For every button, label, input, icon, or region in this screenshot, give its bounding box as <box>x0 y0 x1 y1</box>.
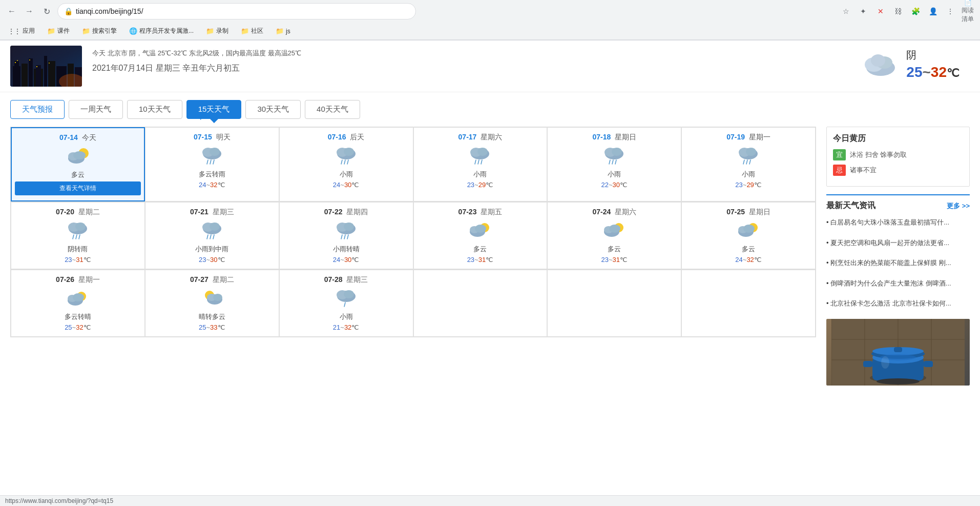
svg-rect-3 <box>22 64 28 87</box>
bookmark-star-button[interactable]: ☆ <box>839 4 853 18</box>
svg-line-67 <box>213 235 214 239</box>
forecast-day-0728[interactable]: 07-28 星期三 小雨 21~32℃ <box>279 270 413 337</box>
icon-0721 <box>149 217 276 242</box>
icon-0728 <box>283 285 410 310</box>
tab-40day-weather[interactable]: 40天天气 <box>305 100 360 119</box>
news-more-link[interactable]: 更多 >> <box>947 201 970 211</box>
back-button[interactable]: ← <box>5 5 18 18</box>
bookmark-community[interactable]: 📁 社区 <box>238 25 266 37</box>
extension-btn-4[interactable]: 🧩 <box>908 4 923 18</box>
condition-0724: 多云 <box>551 245 678 254</box>
bookmark-apps[interactable]: ⋮⋮ 应用 <box>5 25 38 37</box>
tab-wrapper-40day: 40天天气 <box>305 100 360 119</box>
date-0714: 07-14 今天 <box>15 133 141 143</box>
folder-icon-2: 📁 <box>82 27 90 35</box>
forecast-day-0725[interactable]: 07-25 星期日 多云 24~32℃ <box>681 202 816 269</box>
svg-line-97 <box>344 302 345 307</box>
almanac-title: 今日黄历 <box>833 133 963 144</box>
forecast-day-0726[interactable]: 07-26 星期一 多云转晴 25~32℃ <box>11 270 145 337</box>
tab-30day-weather[interactable]: 30天天气 <box>245 100 301 119</box>
almanac-good-row: 宜 沐浴 扫舍 馀事勿取 <box>833 149 963 160</box>
tab-15day-weather[interactable]: 15天天气 <box>186 100 242 119</box>
extension-btn-1[interactable]: ✦ <box>856 4 870 18</box>
forecast-day-0718[interactable]: 07-18 星期日 小雨 22~30℃ <box>547 127 681 201</box>
forecast-day-0716[interactable]: 07-16 后天 小雨 24~30℃ <box>279 127 413 201</box>
tab-10day-weather[interactable]: 10天天气 <box>127 100 182 119</box>
profile-button[interactable]: 👤 <box>926 4 940 18</box>
svg-point-81 <box>609 225 620 233</box>
forecast-day-0723[interactable]: 07-23 星期五 多云 23~31℃ <box>413 202 548 269</box>
tab-wrapper-15day: 15天天气 <box>186 100 242 119</box>
condition-0716: 小雨 <box>283 170 410 179</box>
tab-week-weather[interactable]: 一周天气 <box>69 100 123 119</box>
icon-0714 <box>15 143 141 168</box>
condition-0717: 小雨 <box>417 170 544 179</box>
reader-mode-button[interactable]: 📄 阅读清单 <box>961 4 975 18</box>
svg-line-37 <box>347 160 348 164</box>
condition-0715: 多云转雨 <box>149 170 276 179</box>
forecast-day-0722[interactable]: 07-22 星期四 小雨转晴 24~30℃ <box>279 202 413 269</box>
detail-btn[interactable]: 查看天气详情 <box>15 181 141 195</box>
condition-0722: 小雨转晴 <box>283 245 410 254</box>
almanac-bad-badge: 忌 <box>833 165 846 176</box>
svg-point-28 <box>210 148 220 156</box>
reload-button[interactable]: ↻ <box>40 5 53 18</box>
condition-0728: 小雨 <box>283 312 410 321</box>
forecast-day-0720[interactable]: 07-20 星期二 阴转雨 23~31℃ <box>11 202 145 269</box>
svg-rect-13 <box>15 62 16 63</box>
svg-rect-8 <box>48 61 55 87</box>
forecast-section: 07-14 今天 多云 查看天气详情 <box>10 127 816 386</box>
forecast-day-0721[interactable]: 07-21 星期三 小雨到中雨 23~30℃ <box>145 202 279 269</box>
news-item-4[interactable]: 倒啤酒时为什么会产生大量泡沫 倒啤酒... <box>826 278 970 294</box>
condition-0727: 晴转多云 <box>149 312 276 321</box>
bookmark-record[interactable]: 📁 录制 <box>203 25 232 37</box>
current-temp-high: 32 <box>931 64 947 80</box>
tab-wrapper-forecast: 天气预报 <box>10 100 65 119</box>
svg-line-72 <box>344 235 345 239</box>
menu-button[interactable]: ⋮ <box>943 4 957 18</box>
address-bar[interactable]: 🔒 tianqi.com/beijing/15/ <box>57 3 416 19</box>
svg-rect-14 <box>17 60 18 61</box>
bookmarks-bar: ⋮⋮ 应用 📁 课件 📁 搜索引擎 🌐 程序员开发专属激... 📁 录制 📁 社… <box>0 23 980 40</box>
forecast-day-0714[interactable]: 07-14 今天 多云 查看天气详情 <box>11 127 145 201</box>
weather-tabs: 天气预报 一周天气 10天天气 15天天气 30天天气 40天天气 <box>0 92 980 127</box>
tab-arrow <box>210 119 218 123</box>
icon-0725 <box>685 217 812 242</box>
svg-point-96 <box>344 290 354 298</box>
condition-0719: 小雨 <box>685 170 812 179</box>
icon-0716 <box>283 142 410 168</box>
current-weather: 阴 25~32℃ <box>847 46 970 83</box>
svg-rect-111 <box>863 361 872 367</box>
bookmark-js[interactable]: 📁 js <box>273 26 294 36</box>
tab-wrapper-30day: 30天天气 <box>245 100 301 119</box>
forecast-day-0717[interactable]: 07-17 星期六 小雨 23~29℃ <box>413 127 548 201</box>
folder-icon-3: 📁 <box>206 27 214 35</box>
forecast-day-0719[interactable]: 07-19 星期一 小雨 23~29℃ <box>681 127 816 201</box>
svg-line-73 <box>347 235 348 239</box>
forecast-day-0724[interactable]: 07-24 星期六 多云 23~31℃ <box>547 202 681 269</box>
svg-line-41 <box>475 160 476 164</box>
news-item-2[interactable]: 夏天把空调和电风扇一起开的做法更省... <box>826 238 970 253</box>
svg-rect-2 <box>14 61 19 87</box>
svg-line-60 <box>76 235 77 239</box>
extension-btn-3[interactable]: ⛓ <box>891 4 905 18</box>
bookmark-dev[interactable]: 🌐 程序员开发专属激... <box>126 25 197 37</box>
svg-point-89 <box>73 293 84 301</box>
svg-rect-17 <box>49 63 50 64</box>
icon-0726 <box>14 285 141 310</box>
bookmark-search[interactable]: 📁 搜索引擎 <box>79 25 120 37</box>
forward-button[interactable]: → <box>23 5 36 18</box>
bookmark-kejian[interactable]: 📁 课件 <box>44 25 73 37</box>
news-item-1[interactable]: 白居易名句大珠小珠落玉盘最初描写什... <box>826 217 970 233</box>
almanac-widget: 今日黄历 宜 沐浴 扫舍 馀事勿取 忌 诸事不宜 <box>826 127 970 187</box>
status-url: https://www.tianqi.com/beijing/?qd=tq15 <box>5 497 113 504</box>
tab-tianqi-forecast[interactable]: 天气预报 <box>10 100 65 119</box>
icon-0717 <box>417 142 544 168</box>
condition-0726: 多云转晴 <box>14 312 141 321</box>
extension-btn-2[interactable]: ✕ <box>873 4 888 18</box>
news-item-5[interactable]: 北京社保卡怎么激活 北京市社保卡如何... <box>826 298 970 314</box>
weather-header: 今天 北京市 阴，气温 25℃-32℃ 东北风2级，国内最高温度 最高温25℃ … <box>0 41 980 92</box>
news-item-3[interactable]: 刚烹饪出来的热菜能不能盖上保鲜膜 刚... <box>826 258 970 273</box>
forecast-day-0715[interactable]: 07-15 明天 多云转雨 24~32 <box>145 127 279 201</box>
forecast-day-0727[interactable]: 07-27 星期二 晴转多云 25~33℃ <box>145 270 279 337</box>
